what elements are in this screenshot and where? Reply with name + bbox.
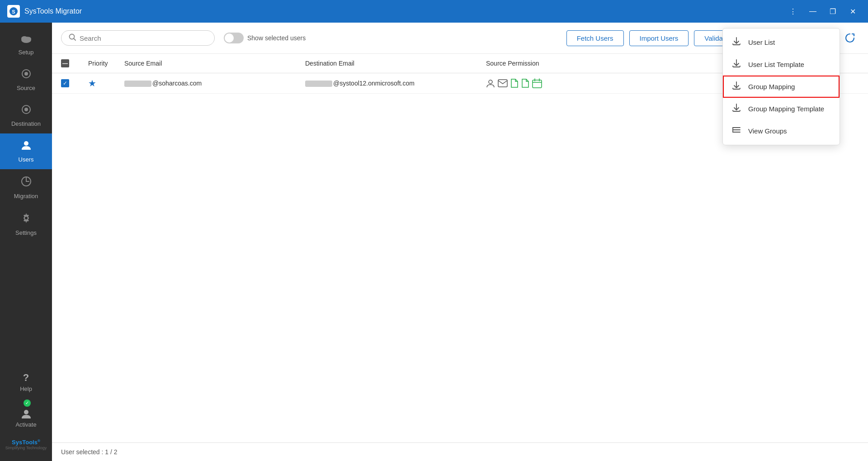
source-email-blurred [124,81,151,87]
sidebar-label-help: Help [20,385,32,392]
svg-rect-20 [498,80,507,87]
select-all-checkbox[interactable] [61,59,69,67]
svg-point-13 [24,410,28,414]
checked-checkbox[interactable] [61,79,69,87]
title-bar: S SysTools Migrator ⋮ — ❐ ✕ [0,0,868,23]
svg-point-8 [24,108,28,111]
destination-icon [21,104,32,118]
sidebar-label-users: Users [19,156,34,163]
migration-icon [20,176,32,190]
sidebar-item-users[interactable]: Users [0,133,52,169]
help-icon: ? [23,372,29,384]
dropdown-menu: User List User List Template Group Mappi… [722,28,840,145]
sidebar-label-setup: Setup [19,49,34,56]
col-source-email: Source Email [124,59,305,67]
close-button[interactable]: ✕ [844,5,861,18]
priority-star[interactable]: ★ [88,78,124,89]
perm-doc-icon [510,78,519,88]
source-email-domain: @soharcoas.com [152,80,202,87]
svg-rect-21 [533,80,542,88]
dropdown-item-group-mapping-template[interactable]: Group Mapping Template [723,98,840,120]
import-users-button[interactable]: Import Users [629,30,689,46]
toggle-label: Show selected users [247,34,306,42]
sidebar-item-source[interactable]: Source [0,62,52,98]
maximize-button[interactable]: ❐ [825,5,841,18]
minimize-button[interactable]: — [805,5,821,18]
fetch-users-button[interactable]: Fetch Users [566,30,624,46]
svg-point-6 [24,72,28,76]
col-priority: Priority [88,59,124,67]
download-icon-group-mapping [731,81,742,92]
sidebar-label-source: Source [17,85,35,91]
download-icon-user-list-template [731,59,742,70]
status-bar: User selected : 1 / 2 [52,442,868,461]
sidebar-item-setup[interactable]: Setup [0,27,52,62]
perm-doc2-icon [521,78,529,88]
dropdown-item-user-list-template[interactable]: User List Template [723,53,840,76]
search-input[interactable] [80,34,207,42]
list-icon-view-groups [731,125,742,137]
col-dest-email: Destination Email [305,59,486,67]
perm-calendar-icon [532,78,542,88]
source-icon [21,68,32,82]
app-icon: S [7,5,20,18]
dropdown-item-user-list[interactable]: User List [723,31,840,53]
sidebar-item-activate[interactable]: ✓ Activate [12,397,40,432]
activate-user-icon [20,408,32,419]
perm-email-icon [498,79,508,87]
settings-icon [20,212,32,227]
sidebar-item-help[interactable]: ? Help [16,367,36,397]
dropdown-item-group-mapping[interactable]: Group Mapping [723,76,840,98]
dropdown-label-group-mapping: Group Mapping [748,83,795,90]
user-selected-status: User selected : 1 / 2 [61,448,118,456]
sidebar-bottom: ? Help ✓ Activate SysTools® Simplifying … [0,367,52,461]
show-selected-toggle[interactable] [224,33,244,43]
dest-email-domain: @systool12.onmicrosoft.com [333,80,415,87]
dropdown-label-view-groups: View Groups [748,127,787,135]
dropdown-label-user-list: User List [748,38,775,46]
dest-email-blurred [305,81,332,87]
dropdown-label-user-list-template: User List Template [748,61,804,68]
dest-email-cell: @systool12.onmicrosoft.com [305,80,486,87]
svg-point-19 [489,80,492,84]
cloud-icon [20,33,32,46]
download-icon-group-mapping-template [731,103,742,114]
svg-line-15 [74,38,75,40]
refresh-button[interactable] [841,29,859,47]
sidebar: Setup Source Destination [0,23,52,461]
dropdown-label-group-mapping-template: Group Mapping Template [748,105,824,113]
perm-person-icon [486,79,495,88]
logo-tagline: Simplifying Technology [5,446,47,450]
search-box[interactable] [61,30,215,46]
logo-name: SysTools® [5,439,47,446]
svg-point-4 [26,37,31,41]
systools-logo: SysTools® Simplifying Technology [2,432,50,456]
row-checkbox[interactable] [61,79,88,87]
search-icon [69,33,76,43]
dropdown-item-view-groups[interactable]: View Groups [723,120,840,142]
sidebar-label-activate: Activate [15,421,36,428]
svg-point-9 [24,141,28,146]
sidebar-item-destination[interactable]: Destination [0,98,52,133]
app-title: SysTools Migrator [24,7,785,15]
sidebar-item-settings[interactable]: Settings [0,206,52,242]
dots-button[interactable]: ⋮ [785,5,801,18]
download-icon-user-list [731,37,742,48]
sidebar-label-settings: Settings [15,229,37,236]
sidebar-item-migration[interactable]: Migration [0,169,52,206]
toggle-container: Show selected users [224,33,306,43]
activate-badge-icon: ✓ [24,399,31,407]
svg-text:S: S [12,9,15,14]
users-icon [20,140,32,153]
source-email-cell: @soharcoas.com [124,80,305,87]
sidebar-label-migration: Migration [14,193,38,200]
window-controls: ⋮ — ❐ ✕ [785,5,861,18]
svg-point-12 [25,217,28,219]
sidebar-label-destination: Destination [11,120,41,127]
col-checkbox[interactable] [61,59,88,67]
